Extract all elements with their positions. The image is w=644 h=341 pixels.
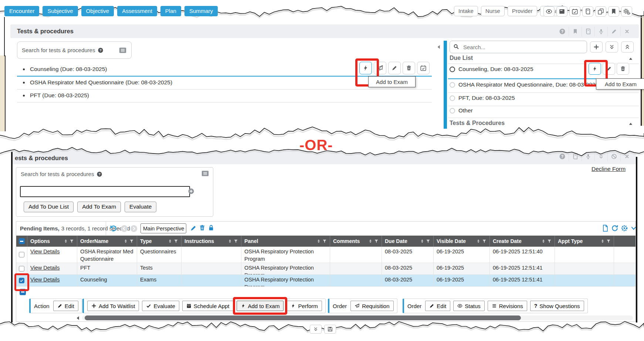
filter-icon[interactable] [547, 239, 552, 243]
col-create-date[interactable]: Create Date [493, 238, 522, 244]
filter-icon[interactable] [174, 239, 178, 243]
close-icon[interactable] [620, 27, 633, 36]
add-to-exam-bolt-button[interactable] [589, 63, 601, 75]
archive-box-icon[interactable] [556, 6, 567, 17]
schedule-calendar-button[interactable] [417, 62, 430, 74]
edit-perspective-icon[interactable] [190, 225, 197, 233]
sort-icon[interactable] [420, 239, 424, 243]
edit-pencil-button[interactable] [388, 62, 401, 74]
new-document-icon[interactable] [601, 224, 609, 233]
perspective-select[interactable]: Main Perspective [140, 223, 186, 233]
gear-icon[interactable] [621, 224, 628, 233]
select-all-checkbox[interactable] [19, 238, 25, 244]
perform-button[interactable]: Perform [287, 301, 322, 311]
row-checkbox-checked[interactable] [19, 278, 24, 283]
expand-more-icon[interactable] [310, 325, 322, 334]
view-details-link[interactable]: View Details [30, 249, 60, 254]
provider-button[interactable]: Provider [508, 6, 537, 16]
collapse-section-icon[interactable] [628, 56, 633, 63]
sort-icon[interactable] [168, 239, 172, 243]
col-type[interactable]: Type [140, 238, 152, 244]
radio-icon[interactable] [450, 67, 455, 72]
delete-trash-button[interactable] [403, 62, 415, 74]
due-list-item[interactable]: Counseling, Due: 08-03-2025 [450, 66, 533, 72]
select-all-footer-checkbox[interactable] [20, 289, 26, 295]
radio-icon[interactable] [450, 82, 455, 88]
intake-button[interactable]: Intake [454, 6, 478, 16]
due-list-item[interactable]: OSHA Respirator Med Questionnaire, Due: … [450, 81, 599, 88]
add-to-exam-button[interactable]: Add to Exam [237, 301, 284, 311]
filter-icon[interactable] [482, 239, 487, 243]
filter-icon[interactable] [322, 239, 327, 243]
add-to-exam-button[interactable]: Add To Exam [77, 202, 121, 212]
list-view-icon[interactable] [201, 169, 209, 179]
collapse-panel-icon[interactable] [630, 225, 637, 233]
requisition-button[interactable]: Requisition [350, 301, 393, 311]
gears-icon[interactable] [621, 6, 632, 17]
due-list-item[interactable]: Other [450, 107, 473, 114]
sort-icon[interactable] [228, 239, 232, 243]
edit-button[interactable]: Edit [53, 301, 78, 311]
sidebar-search-input[interactable] [450, 41, 587, 53]
evaluate-button[interactable]: Evaluate [125, 202, 156, 212]
row-checkbox[interactable] [19, 266, 24, 271]
book-icon[interactable] [582, 27, 594, 36]
list-item-label[interactable]: Counseling (Due: 08-03-2025) [30, 66, 107, 72]
list-item-label[interactable]: PFT (Due: 08-03-2025) [30, 92, 89, 99]
tests-search-box[interactable]: Search for tests & procedures ? [17, 41, 132, 59]
calendar-check-icon[interactable] [569, 6, 580, 17]
show-questions-button[interactable]: ?Show Questions [530, 301, 584, 311]
sort-icon[interactable] [316, 239, 321, 243]
requisition-send-button[interactable] [374, 62, 386, 74]
radio-icon[interactable] [450, 108, 455, 114]
col-comments[interactable]: Comments [333, 238, 360, 244]
delete-perspective-icon[interactable] [199, 224, 206, 233]
col-ordername[interactable]: OrderName [80, 238, 108, 244]
due-list-item[interactable]: PFT, Due: 08-03-2025 [450, 95, 515, 101]
status-button[interactable]: Status [453, 301, 485, 311]
filter-icon[interactable] [606, 239, 611, 243]
filter-icon[interactable] [426, 239, 430, 243]
list-item-label[interactable]: OSHA Respirator Med Questionnaire (Due: … [30, 79, 172, 86]
table-row[interactable]: View Details OSHA Respirator Med Questio… [16, 247, 635, 263]
list-view-icon[interactable] [119, 46, 127, 54]
due-item-label[interactable]: Other [458, 107, 473, 114]
col-visible-date[interactable]: Visible Date [437, 238, 466, 244]
tab-encounter[interactable]: Encounter [4, 6, 39, 16]
row-checkbox[interactable] [19, 252, 24, 257]
book-icon[interactable] [582, 6, 593, 17]
sort-icon[interactable] [541, 239, 546, 243]
tab-assessment[interactable]: Assessment [117, 6, 157, 16]
delete-trash-button[interactable] [617, 63, 629, 75]
sort-icon[interactable] [64, 239, 68, 243]
tab-objective[interactable]: Objective [81, 6, 114, 16]
due-item-label[interactable]: Counseling, Due: 08-03-2025 [458, 66, 533, 72]
view-details-link[interactable]: View Details [30, 265, 60, 271]
bookmark-icon[interactable] [569, 27, 582, 36]
revisions-button[interactable]: Revisions [488, 301, 527, 311]
sort-icon[interactable] [476, 239, 481, 243]
add-to-waitlist-button[interactable]: Add To Waitlist [87, 301, 139, 311]
help-icon[interactable]: ? [98, 47, 104, 53]
due-item-label[interactable]: PFT, Due: 08-03-2025 [458, 95, 515, 101]
microphone-icon[interactable] [594, 27, 607, 36]
view-details-link[interactable]: View Details [30, 277, 60, 283]
schedule-appt-button[interactable]: Schedule Appt [182, 301, 234, 311]
filter-icon[interactable] [234, 239, 238, 243]
add-plus-icon[interactable] [188, 188, 194, 196]
help-icon[interactable]: ? [556, 27, 569, 36]
tests-procedures-search-input[interactable] [20, 186, 190, 197]
pencil-icon[interactable] [607, 27, 620, 36]
edit-pencil-button[interactable] [603, 63, 615, 75]
tab-subjective[interactable]: Subjective [43, 6, 78, 16]
col-instructions[interactable]: Instructions [184, 238, 214, 244]
collapse-all-icon[interactable] [621, 41, 634, 53]
table-row[interactable]: View Details PFT Tests OSHA Respiratory … [16, 263, 635, 275]
edit-order-button[interactable]: Edit [425, 301, 450, 311]
next-page-icon[interactable] [130, 225, 138, 234]
help-icon[interactable]: ? [96, 171, 102, 177]
filter-icon[interactable] [374, 239, 379, 243]
save-icon[interactable] [324, 325, 336, 334]
prev-page-icon[interactable] [121, 225, 128, 234]
sort-icon[interactable] [123, 239, 128, 243]
